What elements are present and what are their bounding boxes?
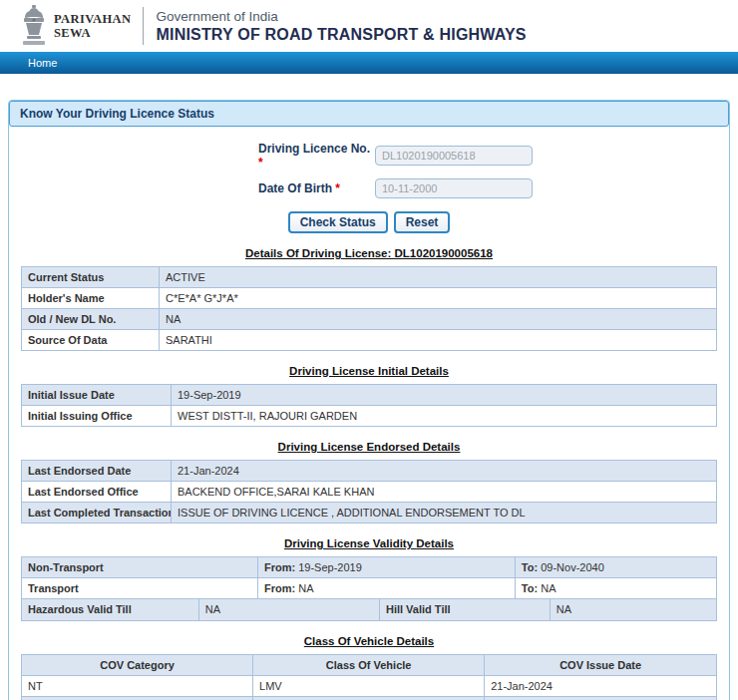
endorsed-table: Last Endorsed Date 21-Jan-2024 Last Endo… (21, 460, 717, 524)
row-value: NA (550, 599, 716, 620)
details-table: Current Status ACTIVE Holder's Name C*E*… (21, 266, 717, 351)
to-value: 09-Nov-2040 (541, 561, 604, 573)
row-value: NA (160, 309, 717, 330)
endorsed-section-title: Driving License Endorsed Details (21, 441, 717, 453)
class-of-vehicle-cell: LMV (253, 675, 485, 696)
logo-line2: SEWA (54, 26, 131, 40)
dl-number-label: Driving Licence No. * (258, 142, 375, 170)
validity-from-cell: From: 19-Sep-2019 (257, 557, 515, 578)
table-row: Current Status ACTIVE (22, 267, 717, 288)
cov-issue-date-cell: 19-Sep-2019 (485, 696, 717, 700)
row-label: Current Status (22, 267, 160, 288)
panel-body: Driving Licence No. * Date Of Birth * Ch… (9, 127, 729, 700)
table-row: Holder's Name C*E*A* G*J*A* (22, 288, 717, 309)
table-row: Initial Issuing Office WEST DISTT-II, RA… (22, 406, 717, 427)
table-row: Non-Transport From: 19-Sep-2019 To: 09-N… (22, 557, 717, 578)
row-value: C*E*A* G*J*A* (160, 288, 717, 309)
row-label: Source Of Data (22, 330, 160, 351)
panel-title: Know Your Driving Licence Status (9, 101, 729, 127)
cov-section-title: Class Of Vehicle Details (21, 635, 717, 647)
row-value: WEST DISTT-II, RAJOURI GARDEN (172, 406, 717, 427)
row-value: NA (198, 599, 379, 620)
validity-table: Non-Transport From: 19-Sep-2019 To: 09-N… (21, 556, 717, 599)
row-label: Old / New DL No. (22, 309, 160, 330)
cov-issue-date-header: COV Issue Date (485, 654, 717, 675)
from-label: From: (264, 561, 295, 573)
dl-number-input[interactable] (375, 146, 533, 166)
initial-section-title: Driving License Initial Details (21, 365, 717, 377)
from-value: NA (298, 582, 313, 594)
row-label: Last Endorsed Office (22, 482, 172, 503)
row-value: ISSUE OF DRIVING LICENCE , ADDITIONAL EN… (172, 503, 717, 524)
dl-number-row: Driving Licence No. * (21, 142, 717, 170)
row-label: Holder's Name (22, 288, 160, 309)
cov-table: COV Category Class Of Vehicle COV Issue … (21, 654, 717, 700)
ministry-title: MINISTRY OF ROAD TRANSPORT & HIGHWAYS (156, 25, 526, 45)
dob-label: Date Of Birth * (258, 181, 375, 195)
row-label: Initial Issuing Office (22, 406, 172, 427)
to-value: NA (541, 582, 555, 594)
cov-category-cell: NT (22, 696, 253, 700)
validity-section-title: Driving License Validity Details (21, 537, 717, 549)
class-of-vehicle-header: Class Of Vehicle (253, 654, 485, 675)
cov-category-header: COV Category (22, 654, 253, 675)
class-of-vehicle-cell: MCWG (253, 696, 485, 700)
table-row: Source Of Data SARATHI (22, 330, 717, 351)
nav-home-link[interactable]: Home (0, 57, 57, 69)
from-label: From: (264, 582, 295, 594)
logo-line1: PARIVAHAN (54, 12, 131, 26)
table-row: Old / New DL No. NA (22, 309, 717, 330)
table-row: NT MCWG 19-Sep-2019 (22, 696, 717, 700)
dl-number-label-text: Driving Licence No. (258, 142, 370, 156)
to-label: To: (522, 561, 538, 573)
parivahan-sewa-logo: PARIVAHAN SEWA (54, 12, 131, 40)
table-row: Last Completed Transaction ISSUE OF DRIV… (22, 503, 717, 524)
main-navbar: Home (0, 52, 738, 74)
dob-row: Date Of Birth * (21, 178, 717, 198)
table-row: Last Endorsed Office BACKEND OFFICE,SARA… (22, 482, 717, 503)
ministry-block: Government of India MINISTRY OF ROAD TRA… (156, 8, 526, 45)
details-section-title: Details Of Driving License: DL1020190005… (21, 247, 717, 259)
government-of-india-text: Government of India (156, 8, 526, 25)
row-value: BACKEND OFFICE,SARAI KALE KHAN (172, 482, 717, 503)
row-value: 21-Jan-2024 (172, 461, 717, 482)
validity-extra-table: Hazardous Valid Till NA Hill Valid Till … (21, 599, 717, 621)
reset-button[interactable]: Reset (394, 211, 451, 233)
table-row: Hazardous Valid Till NA Hill Valid Till … (22, 599, 717, 620)
dob-input[interactable] (375, 178, 533, 198)
table-header-row: COV Category Class Of Vehicle COV Issue … (22, 654, 717, 675)
check-status-button[interactable]: Check Status (288, 211, 388, 233)
row-value: SARATHI (160, 330, 717, 351)
validity-from-cell: From: NA (257, 578, 515, 599)
header-divider (143, 7, 144, 45)
row-value: ACTIVE (160, 267, 717, 288)
to-label: To: (522, 582, 538, 594)
table-row: Initial Issue Date 19-Sep-2019 (22, 385, 717, 406)
from-value: 19-Sep-2019 (298, 561, 362, 573)
form-buttons: Check Status Reset (21, 211, 717, 233)
required-asterisk: * (335, 181, 340, 195)
site-header: PARIVAHAN SEWA Government of India MINIS… (0, 0, 738, 52)
table-row: Last Endorsed Date 21-Jan-2024 (22, 461, 717, 482)
row-label: Transport (22, 578, 258, 599)
validity-to-cell: To: NA (515, 578, 716, 599)
row-label: Hill Valid Till (379, 599, 550, 620)
row-value: 19-Sep-2019 (172, 385, 717, 406)
national-emblem-icon (22, 5, 46, 47)
row-label: Non-Transport (22, 557, 258, 578)
dob-label-text: Date Of Birth (258, 181, 332, 195)
table-row: Transport From: NA To: NA (22, 578, 717, 599)
cov-issue-date-cell: 21-Jan-2024 (485, 675, 717, 696)
validity-to-cell: To: 09-Nov-2040 (515, 557, 716, 578)
table-row: NT LMV 21-Jan-2024 (22, 675, 717, 696)
dl-status-panel: Know Your Driving Licence Status Driving… (8, 100, 730, 700)
row-label: Last Completed Transaction (22, 503, 172, 524)
row-label: Hazardous Valid Till (22, 599, 199, 620)
initial-table: Initial Issue Date 19-Sep-2019 Initial I… (21, 384, 717, 427)
cov-category-cell: NT (22, 675, 253, 696)
row-label: Last Endorsed Date (22, 461, 172, 482)
row-label: Initial Issue Date (22, 385, 172, 406)
required-asterisk: * (258, 156, 263, 170)
